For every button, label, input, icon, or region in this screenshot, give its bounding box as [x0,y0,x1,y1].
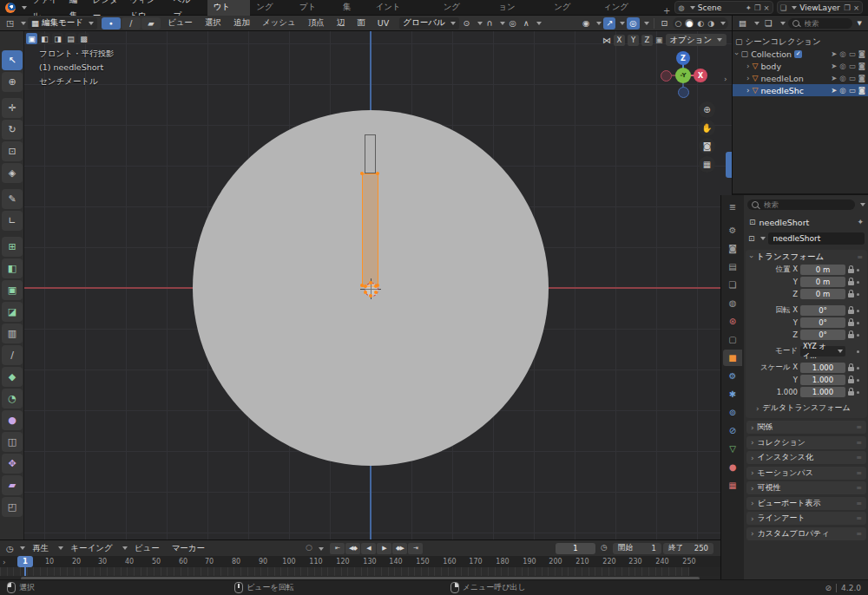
pivot-point-icon[interactable]: ⊙ [461,17,473,29]
xray-toggle-icon[interactable]: ⊡ [659,17,671,29]
menu-edge[interactable]: 辺 [332,17,351,29]
panel-grip-icon[interactable]: ≡ [856,484,862,492]
menu-add[interactable]: 追加 [228,17,255,29]
panel-instancing[interactable]: › インスタンス化 ≡ [746,451,866,464]
mirror-z-button[interactable]: Z [641,35,653,46]
tab-shading[interactable]: シェーディング [437,0,493,16]
panel-grip-icon[interactable]: ≡ [856,423,862,431]
editor-type-viewport-icon[interactable]: ◳ [3,17,16,29]
render-disable-icon[interactable]: ◙ [858,86,865,95]
panel-grip-icon[interactable]: ≡ [856,454,862,461]
move-tool[interactable]: ✛ [2,98,23,118]
shrink-fatten-tool[interactable]: ✥ [2,454,23,474]
vertex-dot[interactable] [364,284,367,288]
snap-tool-icon[interactable]: ▣ [655,36,663,44]
tab-object-active[interactable]: ■ [723,350,742,366]
properties-filter-caret-icon[interactable] [860,203,865,206]
snap-magnet-icon[interactable]: ∩ [484,17,496,29]
selectable-icon[interactable]: ➤ [831,49,837,58]
animate-dot[interactable] [857,322,859,324]
object-name-field[interactable] [768,232,865,245]
knife-tool[interactable]: ∕ [2,345,23,365]
rip-region-tool[interactable]: ◰ [2,497,23,517]
loop-cut-tool[interactable]: ▥ [2,324,23,343]
render-disable-icon[interactable]: ◙ [858,74,865,82]
location-y-value[interactable]: 0 m [800,277,845,287]
new-scene-icon[interactable]: ❐ [754,3,761,12]
shading-solid-icon[interactable]: ● [685,19,694,28]
bevel-tool[interactable]: ◪ [2,302,23,322]
sidebar-collapse-icon[interactable]: › [724,75,727,83]
use-preview-range-icon[interactable]: ◷ [601,543,608,552]
vertex-select-button[interactable]: ∙ [102,17,121,29]
tab-modeling[interactable]: モデリング [250,0,293,16]
panel-grip-icon[interactable]: ≡ [856,439,862,447]
mirror-y-button[interactable]: Y [628,35,639,46]
auto-key-icon[interactable]: ○ [306,543,312,552]
timeline-band[interactable] [0,567,720,576]
vertex-dot[interactable] [369,281,372,284]
needle-short-mesh-selected[interactable] [362,173,378,287]
prev-keyframe-button[interactable]: ◀◆ [345,543,360,554]
vertex-dot[interactable] [364,291,367,294]
camera-view-button[interactable]: ◙ [699,138,715,154]
outliner-row-collection[interactable]: › ▢ Collection ✓ ➤ ◎ ▭ ◙ [733,48,868,60]
panel-grip-icon[interactable]: ≡ [856,530,862,538]
show-object-types-icon[interactable]: ◉ [580,17,592,29]
menu-view[interactable]: ビュー [162,17,198,29]
panel-grip-icon[interactable]: ≡ [857,253,863,261]
expand-icon[interactable]: › [746,74,750,82]
shading-rendered-icon[interactable]: ◑ [707,19,714,28]
editor-type-outliner-icon[interactable]: ▤ [736,17,749,29]
viewport-3d[interactable]: ▣ ◧ ◨ ▤ ▩ ⋈ X Y Z ▣ オプション フロント・平行投影 (1) … [24,31,732,539]
gizmo-neg-x-ball[interactable] [661,70,672,82]
proportional-editing-icon[interactable]: ◎ [507,17,519,29]
select-subtract-button[interactable]: ◨ [52,33,63,44]
blender-logo-icon[interactable] [5,3,16,13]
tab-material[interactable]: ● [723,459,742,475]
delta-transform-header[interactable]: › デルタトランスフォーム [746,402,867,415]
zoom-button[interactable]: ⊕ [699,101,715,118]
selectable-icon[interactable]: ➤ [831,74,837,82]
tab-texture[interactable]: ▦ [723,477,742,494]
cursor-tool[interactable]: ⊕ [2,72,23,92]
lock-icon[interactable] [848,269,854,273]
editor-type-properties-icon[interactable]: ≣ [723,199,742,215]
expand-icon[interactable]: › [746,86,750,95]
lock-icon[interactable] [848,281,854,285]
scene-selector[interactable]: ◍ Scene ✦ ❐ × [674,1,773,14]
viewport-disable-icon[interactable]: ▭ [849,62,856,70]
timeline-ruler[interactable]: 10 20 30 40 50 60 70 80 90 100 110 120 1… [0,556,720,567]
object-name-input[interactable] [772,233,861,244]
panel-relations[interactable]: › 関係 ≡ [746,421,866,434]
scale-y-value[interactable]: 1.000 [800,375,845,385]
scale-tool[interactable]: ⊡ [2,141,23,161]
animate-dot[interactable] [857,367,859,369]
tab-sculpting[interactable]: スカルプト [293,0,337,16]
panel-grip-icon[interactable]: ≡ [856,469,862,477]
inset-faces-tool[interactable]: ▣ [2,280,23,300]
gizmo-z-axis-ball[interactable]: Z [676,51,690,65]
properties-search[interactable] [747,199,855,210]
collection-checkbox[interactable]: ✓ [794,50,802,58]
shear-tool[interactable]: ▰ [2,475,23,495]
viewport-disable-icon[interactable]: ▭ [849,86,856,95]
edge-select-button[interactable]: ∕ [122,17,141,29]
select-set-button[interactable]: ▣ [26,33,37,44]
remove-viewlayer-icon[interactable]: × [853,3,859,12]
menu-select[interactable]: 選択 [200,17,227,29]
gizmo-neg-z-ball[interactable] [678,87,689,98]
playhead[interactable]: 1 [17,556,33,567]
mode-dropdown[interactable]: ▦ 編集モード [28,17,97,29]
tab-modifiers[interactable]: ⚙ [723,368,742,384]
transform-tool[interactable]: ◈ [2,163,23,183]
tab-render[interactable]: ◙ [723,240,742,257]
panel-collections[interactable]: › コレクション ≡ [746,436,866,449]
location-x-value[interactable]: 0 m [800,265,845,275]
menu-mesh[interactable]: メッシュ [257,17,301,29]
measure-tool[interactable]: ∟ [2,211,23,231]
panel-grip-icon[interactable]: ≡ [856,514,862,522]
panel-custom-properties[interactable]: › カスタムプロパティ ≡ [746,527,866,540]
tab-rendering[interactable]: レンダリング [548,0,597,16]
face-select-button[interactable]: ▰ [141,17,161,29]
